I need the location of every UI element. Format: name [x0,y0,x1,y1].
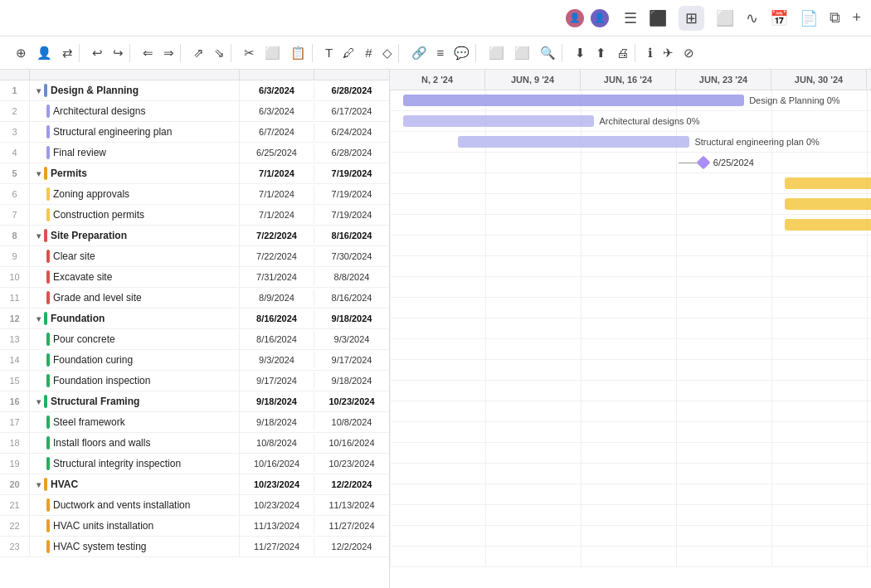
table-row[interactable]: 15Foundation inspection9/17/20249/18/202… [0,371,389,391]
gantt-vline [390,318,391,338]
task-rows: 1▾Design & Planning6/3/20246/28/20242Arc… [0,80,389,557]
row-num: 1 [0,80,30,100]
table-row[interactable]: 23HVAC system testing11/27/202412/2/2024 [0,537,389,557]
gantt-vline [581,505,581,525]
planned-start: 7/1/2024 [240,186,314,202]
table-row[interactable]: 22HVAC units installation11/13/202411/27… [0,516,389,537]
outdent-icon[interactable]: ⇐ [140,44,156,62]
table-row[interactable]: 12▾Foundation8/16/20249/18/2024 [0,309,389,329]
indent2-icon[interactable]: ⇒ [161,44,177,62]
doc-icon[interactable]: 📄 [800,9,818,27]
gantt-bar[interactable] [785,177,871,189]
shape-icon[interactable]: ◇ [380,44,395,62]
rows-icon[interactable]: ⬜ [512,44,533,62]
planned-finish: 9/18/2024 [314,310,389,327]
gantt-vline [867,464,868,484]
gantt-bar[interactable] [458,136,689,148]
add-person-icon[interactable]: 👤 [34,44,55,62]
timeline-icon[interactable]: ∿ [746,9,758,27]
collapse-icon[interactable]: ▾ [36,86,41,95]
table-row[interactable]: 14Foundation curing9/3/20249/17/2024 [0,350,389,371]
milestone-diamond[interactable] [696,156,710,170]
print-icon[interactable]: 🖨 [614,44,631,61]
planned-start: 11/27/2024 [240,538,314,555]
add-view-icon[interactable]: + [852,9,861,27]
table-row[interactable]: 8▾Site Preparation7/22/20248/16/2024 [0,226,389,246]
gantt-row [390,401,871,422]
color-indicator [46,250,50,263]
cols-icon[interactable]: ⬜ [486,44,507,62]
add-icon[interactable]: ⊕ [13,44,29,62]
planned-start: 9/18/2024 [240,393,314,410]
search-icon[interactable]: 🔍 [538,44,558,62]
gantt-row [390,318,871,339]
color-indicator [46,104,50,118]
export-down-icon[interactable]: ⬇ [572,44,588,62]
info-icon[interactable]: ℹ [645,44,655,62]
table-row[interactable]: 6Zoning approvals7/1/20247/19/2024 [0,184,389,205]
collapse-icon[interactable]: ▾ [36,480,41,489]
table-icon[interactable]: ⬜ [716,9,734,27]
collapse-icon[interactable]: ▾ [36,397,41,406]
table-row[interactable]: 21Ductwork and vents installation10/23/2… [0,495,389,516]
row-name: ▾Permits [30,163,240,183]
link-up-icon[interactable]: ⇗ [191,44,207,62]
split-icon[interactable]: ⧉ [830,9,840,27]
copy-icon[interactable]: ⬜ [262,44,283,62]
gantt-bar[interactable] [403,95,744,106]
table-row[interactable]: 10Excavate site7/31/20248/8/2024 [0,267,389,288]
table-row[interactable]: 3Structural engineering plan6/7/20246/24… [0,122,389,143]
link-down-icon[interactable]: ⇘ [212,44,227,62]
row-name: Final review [30,143,240,163]
table-row[interactable]: 18Install floors and walls10/8/202410/16… [0,433,389,454]
number-icon[interactable]: # [363,44,374,61]
planned-start: 11/13/2024 [240,518,314,534]
gantt-icon[interactable]: ⊞ [679,6,704,31]
gantt-vline [581,401,581,421]
chain-icon[interactable]: 🔗 [409,44,430,62]
chart-icon[interactable]: ⬛ [649,9,667,27]
indent-icon[interactable]: ⇄ [60,44,75,62]
planned-start: 7/22/2024 [240,227,314,244]
table-row[interactable]: 9Clear site7/22/20247/30/2024 [0,246,389,267]
planned-start: 6/3/2024 [240,82,314,99]
table-row[interactable]: 16▾Structural Framing9/18/202410/23/2024 [0,391,389,412]
paste-icon[interactable]: 📋 [288,44,309,62]
comment-icon[interactable]: 💬 [451,44,472,62]
color-indicator [44,84,47,97]
undo-icon[interactable]: ↩ [90,44,105,62]
gantt-bar[interactable] [785,219,871,231]
send-icon[interactable]: ✈ [660,44,676,62]
list-icon[interactable]: ☰ [624,9,637,27]
gantt-row [390,173,871,194]
collapse-icon[interactable]: ▾ [36,314,41,323]
redo-icon[interactable]: ↪ [110,44,126,62]
task-name-text: Foundation curing [53,354,133,366]
cut-icon[interactable]: ✂ [241,44,257,62]
row-num: 17 [0,412,30,432]
gantt-vline [390,277,391,297]
row-name: Foundation curing [30,350,240,370]
list2-icon[interactable]: ≡ [435,44,447,61]
table-row[interactable]: 1▾Design & Planning6/3/20246/28/2024 [0,80,389,101]
gantt-bar[interactable] [403,115,594,127]
table-row[interactable]: 4Final review6/25/20246/28/2024 [0,143,389,163]
filter-icon[interactable]: ⊘ [681,44,697,62]
table-row[interactable]: 5▾Permits7/1/20247/19/2024 [0,163,389,184]
collapse-icon[interactable]: ▾ [36,231,41,241]
table-row[interactable]: 17Steel framework9/18/202410/8/2024 [0,412,389,433]
planned-finish: 6/24/2024 [314,124,389,140]
table-row[interactable]: 13Pour concrete8/16/20249/3/2024 [0,329,389,350]
table-row[interactable]: 7Construction permits7/1/20247/19/2024 [0,205,389,226]
collapse-icon[interactable]: ▾ [36,169,41,178]
table-row[interactable]: 19Structural integrity inspection10/16/2… [0,454,389,474]
table-row[interactable]: 2Architectural designs6/3/20246/17/2024 [0,101,389,122]
export-up-icon[interactable]: ⬆ [593,44,609,62]
gantt-bar[interactable] [785,198,871,210]
table-row[interactable]: 11Grade and level site8/9/20248/16/2024 [0,288,389,309]
calendar-icon[interactable]: 📅 [770,9,788,27]
text-icon[interactable]: T [323,44,335,61]
paint-icon[interactable]: 🖊 [340,44,358,61]
table-row[interactable]: 20▾HVAC10/23/202412/2/2024 [0,474,389,495]
gantt-vline [771,381,772,401]
